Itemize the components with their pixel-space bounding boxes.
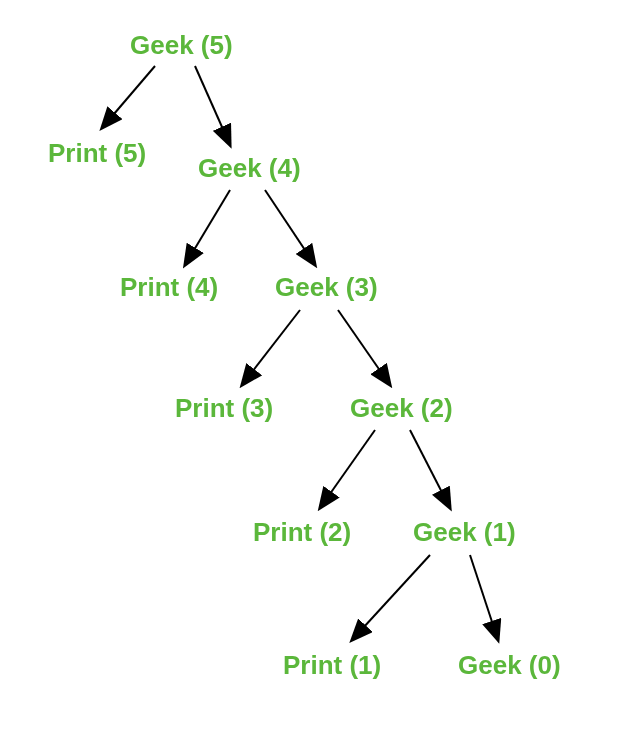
node-geek-0: Geek (0) [458,650,561,681]
node-print-5: Print (5) [48,138,146,169]
svg-line-9 [352,555,430,640]
tree-arrows [0,0,630,737]
node-geek-1: Geek (1) [413,517,516,548]
svg-line-10 [470,555,498,640]
node-geek-4: Geek (4) [198,153,301,184]
svg-line-2 [195,66,230,145]
node-print-3: Print (3) [175,393,273,424]
svg-line-4 [265,190,315,265]
node-geek-2: Geek (2) [350,393,453,424]
svg-line-8 [410,430,450,508]
node-print-1: Print (1) [283,650,381,681]
svg-line-1 [102,66,155,128]
svg-line-6 [338,310,390,385]
svg-line-5 [242,310,300,385]
node-geek-3: Geek (3) [275,272,378,303]
node-print-4: Print (4) [120,272,218,303]
node-print-2: Print (2) [253,517,351,548]
node-geek-5: Geek (5) [130,30,233,61]
svg-line-7 [320,430,375,508]
svg-line-3 [185,190,230,265]
